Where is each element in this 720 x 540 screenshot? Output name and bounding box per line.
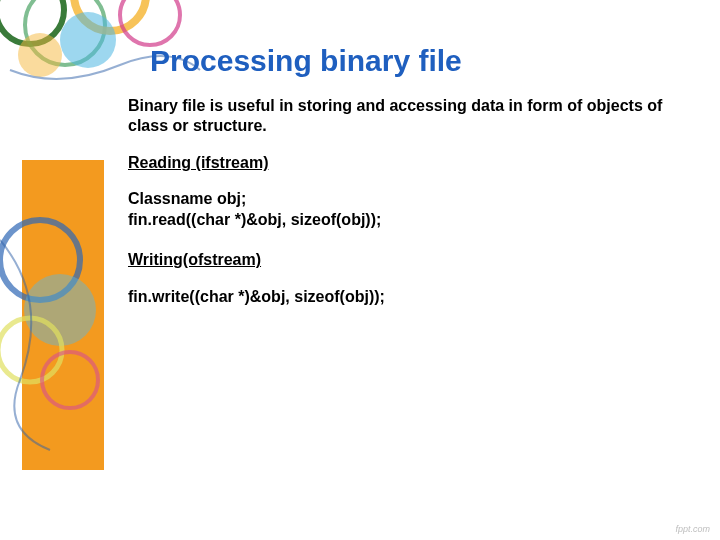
- slide-body: Binary file is useful in storing and acc…: [128, 96, 698, 327]
- code-line: fin.write((char *)&obj, sizeof(obj));: [128, 287, 698, 307]
- slide-title: Processing binary file: [150, 44, 462, 78]
- writing-code: fin.write((char *)&obj, sizeof(obj));: [128, 287, 698, 307]
- reading-code: Classname obj; fin.read((char *)&obj, si…: [128, 189, 698, 230]
- code-line: fin.read((char *)&obj, sizeof(obj));: [128, 210, 698, 230]
- writing-heading: Writing(ofstream): [128, 250, 698, 270]
- footer-watermark: fppt.com: [675, 524, 710, 534]
- svg-point-5: [18, 33, 62, 77]
- svg-point-9: [42, 352, 98, 408]
- svg-point-4: [60, 12, 116, 68]
- intro-text: Binary file is useful in storing and acc…: [128, 96, 698, 137]
- decorative-left-swirls: [0, 200, 130, 460]
- slide: Processing binary file Binary file is us…: [0, 0, 720, 540]
- code-line: Classname obj;: [128, 189, 698, 209]
- reading-heading: Reading (ifstream): [128, 153, 698, 173]
